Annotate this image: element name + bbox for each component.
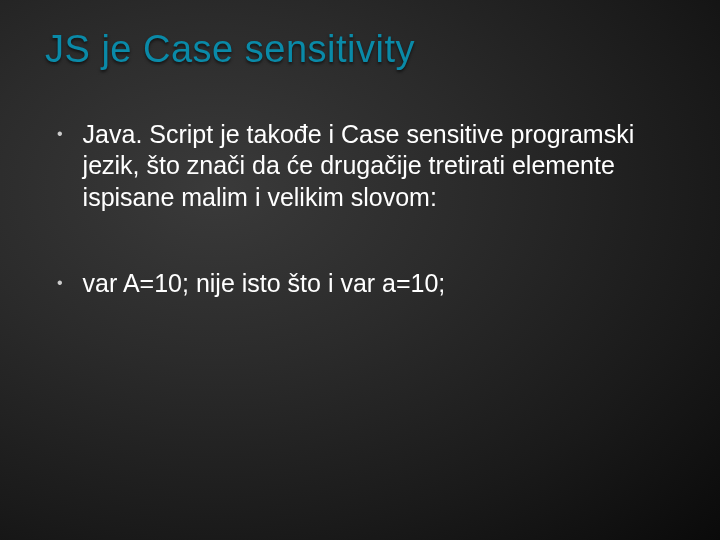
slide-content: • Java. Script je takođe i Case sensitiv… (45, 119, 675, 299)
slide-title: JS je Case sensitivity (45, 28, 675, 71)
list-item: • Java. Script je takođe i Case sensitiv… (45, 119, 675, 213)
bullet-marker: • (57, 119, 63, 149)
list-item: • var A=10; nije isto što i var a=10; (45, 268, 675, 299)
slide-container: JS je Case sensitivity • Java. Script je… (0, 0, 720, 540)
bullet-text: var A=10; nije isto što i var a=10; (83, 268, 446, 299)
bullet-marker: • (57, 268, 63, 298)
bullet-text: Java. Script je takođe i Case sensitive … (83, 119, 675, 213)
